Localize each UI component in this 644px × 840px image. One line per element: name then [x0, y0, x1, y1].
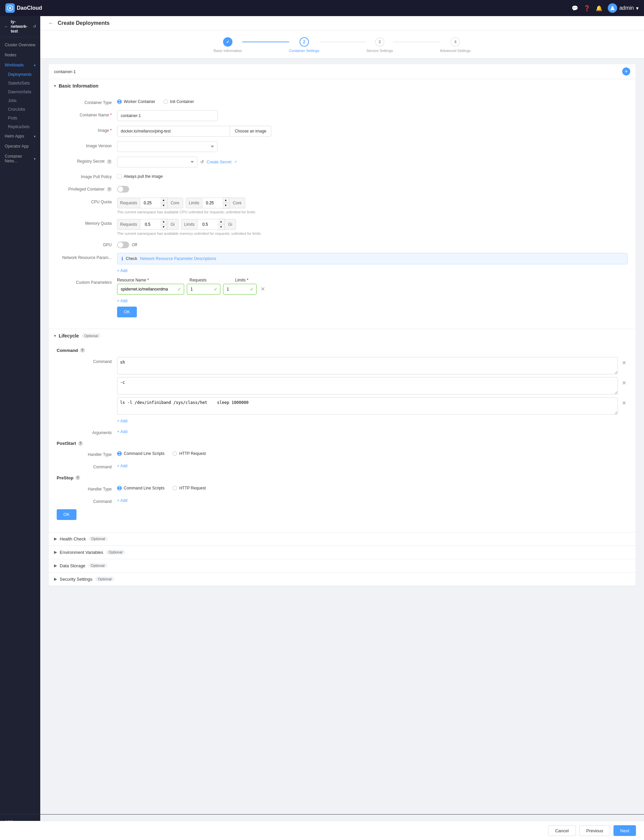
logo-text: DaoCloud — [17, 5, 42, 11]
env-variables-header[interactable]: ▶ Environment Variables Optional — [49, 546, 636, 559]
cpu-requests-up[interactable]: ▲ — [160, 197, 167, 203]
basic-info-header[interactable]: ▾ Basic Information — [49, 79, 636, 93]
gpu-toggle-wrap: Off — [117, 240, 628, 248]
image-input[interactable] — [117, 126, 230, 136]
memory-requests-down[interactable]: ▼ — [160, 224, 167, 230]
data-storage-header[interactable]: ▶ Data Storage Optional — [49, 559, 636, 572]
step-1-circle: ✓ — [223, 37, 232, 47]
poststart-cli-option[interactable]: Command Line Scripts — [117, 451, 164, 456]
cmd-textarea-2[interactable]: ls -l /dev/infiniband /sys/class/het sle… — [117, 397, 618, 415]
cmd-textarea-0[interactable]: sh — [117, 357, 618, 374]
container-card: container-1 + ▾ Basic Information Contai — [48, 64, 636, 587]
poststart-add-link[interactable]: + Add — [117, 464, 127, 468]
lifecycle-ok-btn[interactable]: OK — [57, 509, 77, 520]
navbar-logo: DaoCloud — [5, 3, 42, 13]
help-icon[interactable]: ❓ — [583, 5, 590, 12]
privileged-toggle-wrap — [117, 184, 628, 192]
privileged-info-icon[interactable]: ? — [107, 187, 112, 192]
memory-requests-spinners: ▲ ▼ — [160, 219, 168, 230]
create-secret-link[interactable]: Create Secret — [207, 159, 232, 164]
cpu-requests-input[interactable] — [140, 197, 160, 208]
previous-button[interactable]: Previous — [579, 825, 610, 836]
cmd-remove-2[interactable]: ✕ — [621, 399, 628, 408]
security-settings-header[interactable]: ▶ Security Settings Optional — [49, 573, 636, 586]
create-secret-external-icon: ↗ — [234, 160, 237, 164]
prestop-handler-type-row: Handler Type Command Line Scripts — [57, 485, 628, 492]
param-remove-btn[interactable]: ✕ — [259, 286, 266, 292]
cmd-row-2: ls -l /dev/infiniband /sys/class/het sle… — [117, 397, 628, 415]
cmd-remove-1[interactable]: ✕ — [621, 378, 628, 388]
memory-limits-down[interactable]: ▼ — [218, 224, 224, 230]
memory-limits-input[interactable] — [197, 219, 218, 230]
prestop-http-option[interactable]: HTTP Request — [172, 486, 205, 490]
sidebar-subitem-jobs[interactable]: Jobs — [0, 96, 40, 105]
cpu-limits-input[interactable] — [202, 197, 222, 208]
always-pull-checkbox[interactable]: Always pull the image — [117, 172, 628, 179]
sidebar-subitem-daemonsets[interactable]: DaemonSets — [0, 87, 40, 96]
container-name-input[interactable] — [117, 110, 218, 121]
container-tab-name[interactable]: container-1 — [54, 69, 76, 74]
memory-requests-label: Requests — [117, 219, 140, 230]
image-version-select[interactable] — [117, 141, 218, 152]
gpu-toggle[interactable] — [117, 242, 129, 248]
memory-requests-up[interactable]: ▲ — [160, 219, 167, 224]
cpu-requests-down[interactable]: ▼ — [160, 203, 167, 208]
memory-limits-up[interactable]: ▲ — [218, 219, 224, 224]
health-check-title: Health Check — [60, 536, 86, 541]
command-help-icon[interactable]: ? — [80, 348, 85, 353]
registry-secret-refresh-icon[interactable]: ↺ — [200, 159, 204, 164]
sidebar-subitem-deployments[interactable]: Deployments — [0, 70, 40, 79]
network-resource-link[interactable]: Network Resource Parameter Descriptions — [140, 256, 216, 261]
bell-icon[interactable]: 🔔 — [596, 5, 603, 12]
poststart-radio-group: Command Line Scripts HTTP Request — [117, 450, 628, 456]
cpu-limits-up[interactable]: ▲ — [222, 197, 229, 203]
chat-icon[interactable]: 💬 — [572, 5, 578, 12]
container-add-btn[interactable]: + — [622, 67, 630, 76]
prestop-cli-option[interactable]: Command Line Scripts — [117, 486, 164, 490]
network-resource-add[interactable]: + Add — [117, 268, 127, 273]
sidebar-subitem-pods[interactable]: Pods — [0, 114, 40, 122]
poststart-handler-type-row: Handler Type Command Line Scripts — [57, 450, 628, 458]
sidebar-item-workloads[interactable]: Workloads ▾ — [0, 60, 40, 70]
lifecycle-header[interactable]: ▾ Lifecycle Optional — [49, 329, 636, 342]
sidebar-subitem-replicasets[interactable]: ReplicaSets — [0, 122, 40, 131]
cmd-textarea-1[interactable]: -c — [117, 377, 618, 395]
arguments-label: Arguments — [57, 428, 117, 436]
choose-image-btn[interactable]: Choose an image — [230, 126, 271, 136]
prestop-add-link[interactable]: + Add — [117, 498, 127, 503]
navbar-user[interactable]: admin ▾ — [608, 3, 639, 13]
arguments-add-link[interactable]: + Add — [117, 429, 127, 434]
sidebar-item-operator-app[interactable]: Operator App — [0, 141, 40, 151]
container-type-worker[interactable]: Worker Container — [117, 99, 155, 104]
sidebar-subitem-statefulsets[interactable]: StatefulSets — [0, 79, 40, 87]
sidebar-subitem-cronjobs[interactable]: CronJobs — [0, 105, 40, 114]
container-type-init[interactable]: Init Container — [163, 99, 194, 104]
sidebar-item-cluster-overview[interactable]: Cluster Overview — [0, 40, 40, 50]
cpu-limits-down[interactable]: ▼ — [222, 203, 229, 208]
container-name-required: * — [110, 113, 112, 117]
poststart-http-option[interactable]: HTTP Request — [172, 451, 205, 456]
basic-info-ok-btn[interactable]: OK — [117, 307, 137, 317]
registry-secret-select[interactable] — [117, 157, 197, 168]
sidebar-back-icon[interactable]: ← — [4, 24, 9, 29]
poststart-help-icon[interactable]: ? — [78, 441, 83, 446]
security-settings-section: ▶ Security Settings Optional — [49, 573, 636, 586]
next-button[interactable]: Next — [613, 825, 636, 836]
container-card-header: container-1 + — [49, 64, 636, 79]
prestop-cli-circle — [117, 486, 122, 490]
memory-requests-input[interactable] — [140, 219, 160, 230]
param-name-input[interactable] — [117, 284, 184, 294]
custom-params-add[interactable]: + Add — [117, 299, 127, 303]
sidebar-item-nodes[interactable]: Nodes — [0, 50, 40, 60]
sidebar-item-helm-apps[interactable]: Helm Apps ▾ — [0, 131, 40, 141]
sidebar-refresh-icon[interactable]: ↺ — [33, 24, 36, 29]
command-add-link[interactable]: + Add — [117, 419, 127, 423]
page-back-icon[interactable]: ← — [48, 20, 54, 26]
health-check-header[interactable]: ▶ Health Check Optional — [49, 533, 636, 546]
privileged-toggle[interactable] — [117, 186, 129, 192]
cancel-button[interactable]: Cancel — [548, 825, 576, 836]
registry-secret-info-icon[interactable]: ? — [107, 159, 112, 164]
sidebar-item-container-netw[interactable]: Container Netw... ▾ — [0, 151, 40, 166]
cmd-remove-0[interactable]: ✕ — [621, 358, 628, 367]
prestop-help-icon[interactable]: ? — [76, 475, 80, 480]
